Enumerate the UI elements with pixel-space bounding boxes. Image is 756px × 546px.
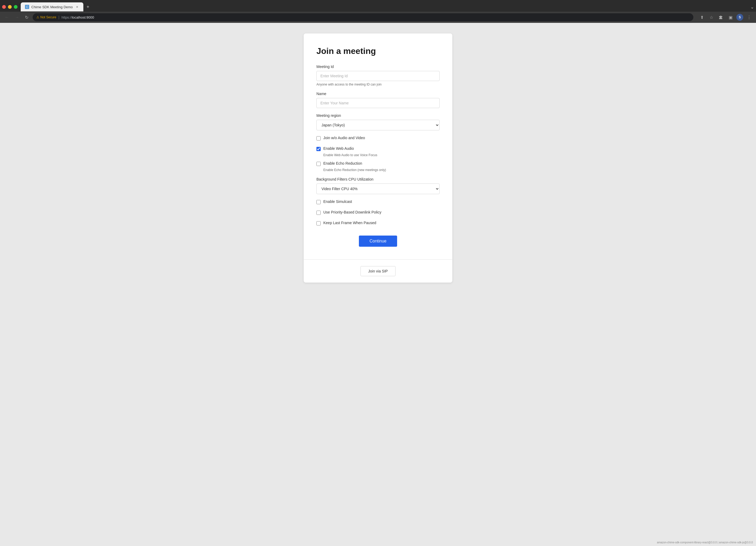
page-title: Join a meeting bbox=[316, 46, 440, 56]
meeting-region-group: Meeting region Japan (Tokyo) US East (N.… bbox=[316, 113, 440, 130]
simulcast-item: Enable Simulcast bbox=[316, 199, 440, 206]
checkbox-group: Join w/o Audio and Video Enable Web Audi… bbox=[316, 136, 440, 172]
keep-frame-checkbox[interactable] bbox=[316, 221, 321, 225]
keep-frame-label[interactable]: Keep Last Frame When Paused bbox=[323, 221, 376, 225]
join-wo-av-label[interactable]: Join w/o Audio and Video bbox=[323, 136, 365, 140]
web-audio-checkbox[interactable] bbox=[316, 147, 321, 151]
menu-button[interactable]: ⋮ bbox=[745, 14, 753, 21]
join-via-sip-button[interactable]: Join via SIP bbox=[360, 266, 396, 276]
close-button[interactable] bbox=[2, 5, 6, 9]
name-group: Name bbox=[316, 92, 440, 108]
browser-chrome: C Chime SDK Meeting Demo ✕ + ⌄ ← → ↻ ⚠ N… bbox=[0, 0, 756, 23]
tab-bar-right: ⌄ bbox=[750, 5, 754, 10]
address-url: https://localhost:9000 bbox=[62, 15, 94, 19]
security-warning-text: Not Secure bbox=[40, 15, 56, 19]
echo-reduction-checkbox[interactable] bbox=[316, 162, 321, 166]
address-bar: ← → ↻ ⚠ Not Secure | https://localhost:9… bbox=[0, 12, 756, 23]
keep-frame-item: Keep Last Frame When Paused bbox=[316, 221, 440, 227]
active-tab[interactable]: C Chime SDK Meeting Demo ✕ bbox=[21, 2, 83, 11]
simulcast-label[interactable]: Enable Simulcast bbox=[323, 199, 352, 204]
join-wo-av-checkbox[interactable] bbox=[316, 136, 321, 140]
meeting-id-hint: Anyone with access to the meeting ID can… bbox=[316, 83, 440, 86]
priority-labels: Use Priority-Based Downlink Policy bbox=[323, 210, 381, 216]
address-separator: | bbox=[58, 15, 59, 19]
web-audio-labels: Enable Web Audio Enable Web Audio to use… bbox=[323, 146, 377, 157]
echo-reduction-hint: Enable Echo Reduction (new meetings only… bbox=[323, 168, 386, 172]
tab-close-button[interactable]: ✕ bbox=[75, 5, 79, 9]
new-tab-button[interactable]: + bbox=[84, 3, 92, 11]
simulcast-checkbox[interactable] bbox=[316, 200, 321, 204]
name-label: Name bbox=[316, 92, 440, 96]
name-input[interactable] bbox=[316, 98, 440, 108]
meeting-region-label: Meeting region bbox=[316, 113, 440, 118]
card-main: Join a meeting Meeting Id Anyone with ac… bbox=[304, 33, 452, 259]
bg-filters-group: Background Filters CPU Utilization Video… bbox=[316, 177, 440, 194]
web-audio-label[interactable]: Enable Web Audio bbox=[323, 146, 377, 150]
tab-bar: C Chime SDK Meeting Demo ✕ + ⌄ bbox=[0, 0, 756, 12]
meeting-id-group: Meeting Id Anyone with access to the mee… bbox=[316, 64, 440, 86]
join-wo-av-item: Join w/o Audio and Video bbox=[316, 136, 440, 142]
priority-item: Use Priority-Based Downlink Policy bbox=[316, 210, 440, 216]
security-warning: ⚠ Not Secure bbox=[36, 15, 56, 19]
echo-reduction-item: Enable Echo Reduction Enable Echo Reduct… bbox=[316, 161, 440, 172]
forward-button[interactable]: → bbox=[13, 14, 21, 20]
web-audio-item: Enable Web Audio Enable Web Audio to use… bbox=[316, 146, 440, 157]
meeting-region-select[interactable]: Japan (Tokyo) US East (N. Virginia) US W… bbox=[316, 120, 440, 130]
continue-button[interactable]: Continue bbox=[359, 235, 397, 247]
priority-label[interactable]: Use Priority-Based Downlink Policy bbox=[323, 210, 381, 214]
echo-reduction-label[interactable]: Enable Echo Reduction bbox=[323, 161, 386, 165]
bg-filters-label: Background Filters CPU Utilization bbox=[316, 177, 440, 181]
simulcast-labels: Enable Simulcast bbox=[323, 199, 352, 206]
bg-filter-select[interactable]: Video Filter CPU 40% Video Filter CPU 20… bbox=[316, 183, 440, 194]
card-secondary: Join via SIP bbox=[304, 259, 452, 283]
main-card: Join a meeting Meeting Id Anyone with ac… bbox=[304, 33, 452, 283]
window-controls bbox=[2, 5, 18, 9]
web-audio-hint: Enable Web Audio to use Voice Focus bbox=[323, 153, 377, 157]
url-protocol: https:// bbox=[62, 15, 72, 19]
minimize-button[interactable] bbox=[8, 5, 12, 9]
meeting-id-label: Meeting Id bbox=[316, 64, 440, 69]
keep-frame-labels: Keep Last Frame When Paused bbox=[323, 221, 376, 227]
footer-text: amazon-chime-sdk-component-library-react… bbox=[657, 541, 753, 544]
meeting-id-input[interactable] bbox=[316, 71, 440, 81]
join-wo-av-labels: Join w/o Audio and Video bbox=[323, 136, 365, 142]
bookmark-button[interactable]: ☆ bbox=[708, 14, 715, 21]
extra-checkbox-group: Enable Simulcast Use Priority-Based Down… bbox=[316, 199, 440, 227]
url-host: localhost:9000 bbox=[72, 15, 94, 19]
warning-icon: ⚠ bbox=[36, 15, 39, 19]
maximize-button[interactable] bbox=[14, 5, 18, 9]
sidebar-button[interactable]: ▣ bbox=[727, 14, 734, 21]
reload-button[interactable]: ↻ bbox=[23, 14, 30, 20]
profile-button[interactable]: S bbox=[736, 14, 743, 21]
tab-title: Chime SDK Meeting Demo bbox=[31, 5, 73, 9]
address-field[interactable]: ⚠ Not Secure | https://localhost:9000 bbox=[33, 13, 693, 21]
echo-reduction-labels: Enable Echo Reduction Enable Echo Reduct… bbox=[323, 161, 386, 172]
tab-favicon: C bbox=[25, 5, 29, 9]
extensions-button[interactable] bbox=[717, 14, 725, 21]
back-button[interactable]: ← bbox=[3, 14, 11, 20]
toolbar-right: ⬆ ☆ ▣ S ⋮ bbox=[698, 14, 753, 21]
priority-checkbox[interactable] bbox=[316, 210, 321, 215]
share-button[interactable]: ⬆ bbox=[698, 14, 706, 21]
page-content: Join a meeting Meeting Id Anyone with ac… bbox=[0, 23, 756, 546]
